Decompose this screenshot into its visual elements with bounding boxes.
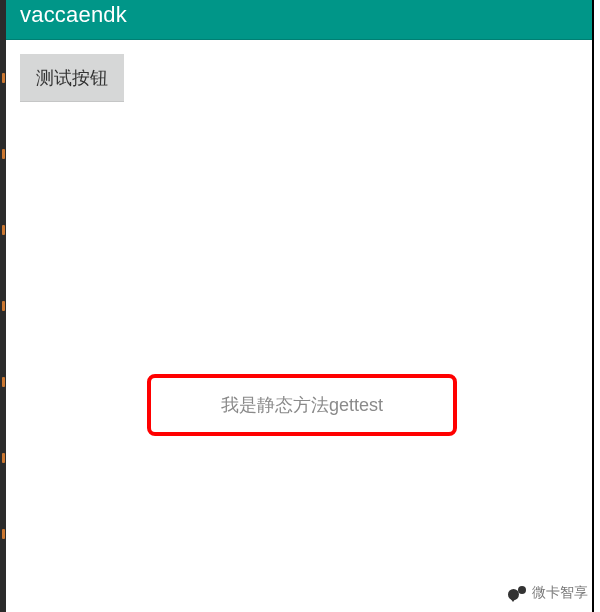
app-titlebar: vaccaendk	[6, 0, 592, 40]
app-title: vaccaendk	[20, 2, 127, 28]
watermark-text: 微卡智享	[532, 584, 588, 602]
gutter-tick	[2, 377, 5, 387]
app-content: 测试按钮 我是静态方法gettest	[6, 40, 592, 612]
static-method-output-text: 我是静态方法gettest	[221, 393, 383, 417]
gutter-tick	[2, 225, 5, 235]
gutter-tick	[2, 453, 5, 463]
gutter-tick	[2, 529, 5, 539]
annotation-highlight-box: 我是静态方法gettest	[147, 374, 457, 436]
gutter-tick	[2, 301, 5, 311]
test-button[interactable]: 测试按钮	[20, 54, 124, 102]
watermark: 微卡智享	[508, 584, 588, 602]
wechat-icon	[508, 584, 526, 602]
gutter-tick	[2, 73, 5, 83]
app-window: vaccaendk 测试按钮 我是静态方法gettest	[6, 0, 594, 612]
gutter-tick	[2, 149, 5, 159]
